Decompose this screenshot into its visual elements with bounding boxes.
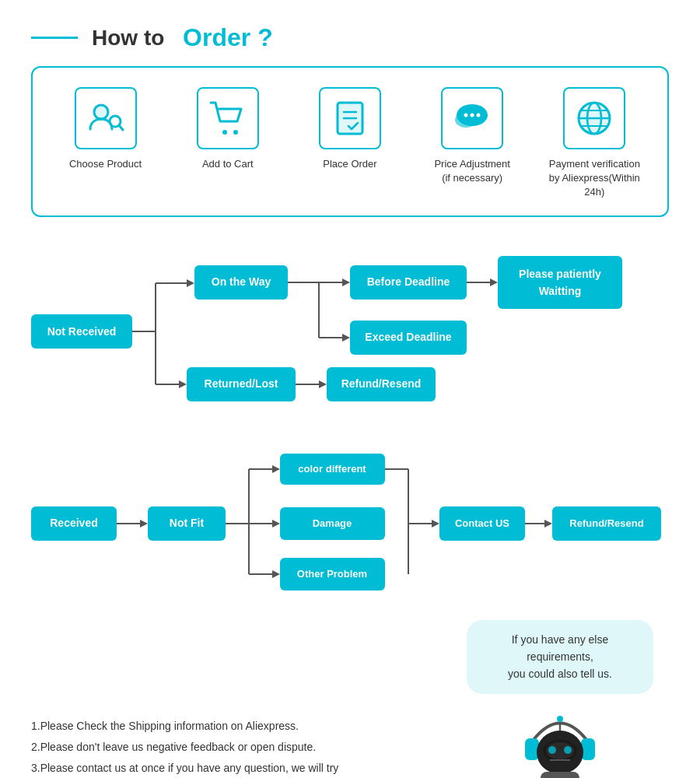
svg-point-3 <box>222 130 227 135</box>
globe-icon <box>574 98 614 138</box>
place-order-icon-box <box>319 87 381 149</box>
speech-line-1: If you have any else requirements, <box>512 633 609 663</box>
not-fit-label: Not Fit <box>170 517 205 529</box>
svg-marker-28 <box>342 279 350 286</box>
document-icon <box>330 98 370 138</box>
damage-label: Damage <box>313 517 352 529</box>
step-payment-verification: Payment verificationby Aliexpress(Within… <box>540 87 649 200</box>
svg-marker-52 <box>272 520 280 527</box>
cart-icon <box>208 98 248 138</box>
chat-bubble-icon <box>452 98 492 138</box>
before-deadline-label: Before Deadline <box>367 275 450 288</box>
svg-marker-31 <box>490 279 498 286</box>
payment-verification-label: Payment verificationby Aliexpress(Within… <box>540 157 649 200</box>
please-wait-label-1: Please patiently <box>519 268 601 280</box>
speech-bubble: If you have any else requirements, you c… <box>467 620 653 694</box>
person-search-icon <box>86 98 126 138</box>
exceed-deadline-label: Exceed Deadline <box>365 331 451 343</box>
step-price-adjustment: Price Adjustment(if necessary) <box>418 87 527 185</box>
svg-point-77 <box>557 716 563 722</box>
svg-marker-49 <box>272 465 280 473</box>
add-to-cart-label: Add to Cart <box>202 157 254 171</box>
on-the-way-label: On the Way <box>212 275 271 288</box>
svg-marker-40 <box>319 380 327 388</box>
svg-rect-73 <box>541 772 579 778</box>
svg-marker-44 <box>140 520 148 527</box>
svg-line-2 <box>119 125 123 130</box>
svg-marker-23 <box>187 279 194 287</box>
other-problem-label: Other Problem <box>297 568 367 580</box>
svg-point-11 <box>471 114 474 117</box>
refund-resend-label-1: Refund/Resend <box>341 377 422 390</box>
choose-product-label: Choose Product <box>69 157 142 171</box>
refund-resend-label-2: Refund/Resend <box>569 517 643 529</box>
not-received-flowchart: Not Received On the Way Before Deadline … <box>0 233 700 438</box>
svg-point-70 <box>548 746 556 754</box>
speech-line-2: you could also tell us. <box>508 668 612 680</box>
received-label: Received <box>50 517 97 529</box>
step-place-order: Place Order <box>296 87 404 171</box>
title-highlight: Order ? <box>183 23 273 52</box>
robot-illustration <box>517 698 603 778</box>
title-plain: How to <box>92 26 164 51</box>
svg-point-10 <box>464 114 468 117</box>
payment-verification-icon-box <box>563 87 625 149</box>
place-order-label: Place Order <box>323 157 376 171</box>
svg-rect-66 <box>581 738 595 760</box>
note-2: 2.Please don't leave us negative feedbac… <box>31 737 436 758</box>
step-add-to-cart: Add to Cart <box>173 87 282 171</box>
svg-marker-34 <box>342 334 350 342</box>
svg-point-71 <box>564 746 572 754</box>
add-to-cart-icon-box <box>197 87 259 149</box>
svg-point-12 <box>477 114 481 117</box>
step-choose-product: Choose Product <box>51 87 160 171</box>
svg-rect-32 <box>498 256 622 309</box>
not-received-svg: Not Received On the Way Before Deadline … <box>23 248 677 419</box>
choose-product-icon-box <box>75 87 137 149</box>
svg-marker-55 <box>272 570 280 578</box>
svg-point-0 <box>94 105 108 119</box>
order-steps-box: Choose Product Add to Cart <box>31 66 669 217</box>
bottom-section: 1.Please Check the Shipping information … <box>0 612 700 778</box>
svg-point-4 <box>233 130 238 135</box>
returned-lost-label: Returned/Lost <box>205 377 278 390</box>
please-wait-label-2: Waitting <box>539 285 582 297</box>
received-flowchart: Received Not Fit color different Damage … <box>0 438 700 612</box>
note-1: 1.Please Check the Shipping information … <box>31 716 436 737</box>
robot-area: If you have any else requirements, you c… <box>451 620 669 778</box>
contact-us-label: Contact US <box>455 517 509 529</box>
not-received-label: Not Received <box>47 325 117 338</box>
received-svg: Received Not Fit color different Damage … <box>23 446 677 601</box>
price-adjustment-icon-box <box>441 87 503 149</box>
note-3: 3.Please contact us at once if you have … <box>31 758 436 778</box>
svg-marker-37 <box>179 380 187 388</box>
svg-marker-60 <box>432 520 439 527</box>
svg-rect-65 <box>525 738 539 760</box>
how-to-order-section: How to Order ? Choose Product <box>0 0 700 233</box>
section-title: How to Order ? <box>31 23 669 52</box>
price-adjustment-label: Price Adjustment(if necessary) <box>434 157 510 185</box>
color-different-label: color different <box>298 463 366 475</box>
svg-marker-63 <box>544 520 552 527</box>
notes-area: 1.Please Check the Shipping information … <box>31 716 436 778</box>
